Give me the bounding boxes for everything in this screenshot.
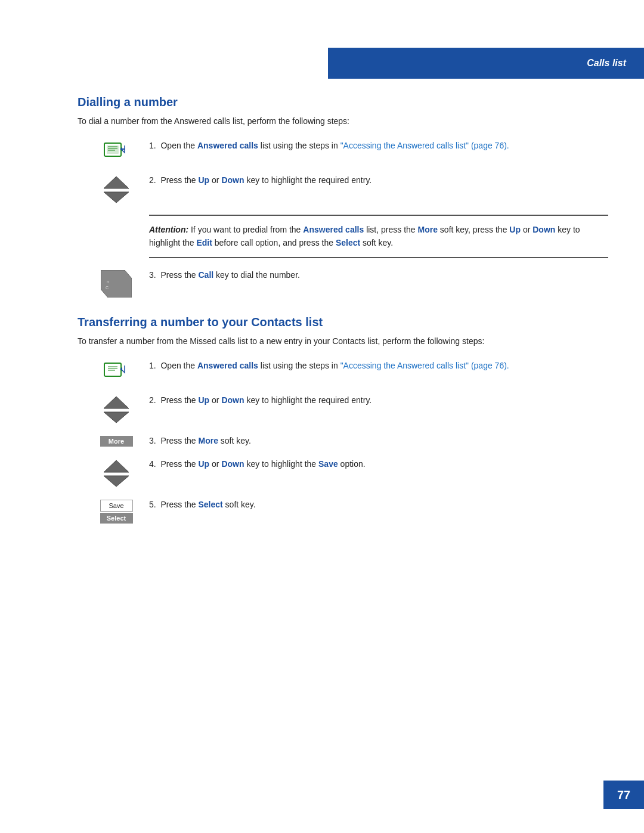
nav-keys-svg-1 <box>103 175 130 204</box>
nav-keys-2 <box>103 395 130 424</box>
s2-kw-up2: Up <box>198 459 209 469</box>
s2-step-4-text: 4. Press the Up or Down key to highlight… <box>149 458 608 470</box>
section2-title: Transferring a number to your Contacts l… <box>78 315 608 329</box>
step-3-row: n C 3. Press the Call key to dial the nu… <box>89 269 608 298</box>
kw-answered: Answered calls <box>303 225 364 234</box>
s2-link: "Accessing the Answered calls list" (pag… <box>340 361 509 370</box>
section1-steps: 1. Open the Answered calls list using th… <box>89 140 608 298</box>
page-number: 77 <box>617 788 630 802</box>
page-wrapper: Calls list Dialling a number To dial a n… <box>0 0 644 833</box>
s2-step-1-text: 1. Open the Answered calls list using th… <box>149 360 608 372</box>
keyword-call: Call <box>198 270 213 280</box>
attention-box: Attention: If you want to predial from t… <box>149 215 608 258</box>
s2-step-5-text: 5. Press the Select soft key. <box>149 498 608 511</box>
kw-more: More <box>418 225 438 234</box>
save-softkey: Save <box>100 500 133 512</box>
s2-step-3-text: 3. Press the More soft key. <box>149 435 608 447</box>
answered-calls-icon-2 <box>103 361 129 383</box>
s2-kw-down2: Down <box>221 459 244 469</box>
keyword-down-1: Down <box>221 175 244 185</box>
kw-select: Select <box>336 238 360 247</box>
kw-edit: Edit <box>196 238 212 247</box>
step-2-text: 2. Press the Up or Down key to highlight… <box>149 174 608 187</box>
step-1-row: 1. Open the Answered calls list using th… <box>89 140 608 163</box>
step-2-row: 2. Press the Up or Down key to highlight… <box>89 174 608 204</box>
keyword-answered-calls: Answered calls <box>197 141 258 150</box>
svg-text:C: C <box>106 286 109 290</box>
nav-keys-3 <box>103 459 130 488</box>
select-softkey: Select <box>100 513 133 524</box>
keyword-up-1: Up <box>198 175 209 185</box>
save-select-keys: Save Select <box>100 500 133 524</box>
svg-marker-16 <box>104 397 129 408</box>
section-transferring: Transferring a number to your Contacts l… <box>78 315 608 524</box>
kw-up2: Up <box>509 225 521 234</box>
answered-calls-icon-1 <box>103 141 129 163</box>
section-dialling: Dialling a number To dial a number from … <box>78 95 608 298</box>
page-number-box: 77 <box>603 781 644 809</box>
header-band: Calls list <box>328 48 644 79</box>
s2-step-5-row: Save Select 5. Press the Select soft key… <box>89 498 608 524</box>
s2-step-3-icon: More <box>89 435 143 447</box>
svg-rect-11 <box>104 363 121 376</box>
s2-kw-answered: Answered calls <box>197 361 258 370</box>
section1-title: Dialling a number <box>78 95 608 109</box>
step-2-icon <box>89 174 143 204</box>
s2-step-2-text: 2. Press the Up or Down key to highlight… <box>149 394 608 407</box>
svg-marker-6 <box>104 176 129 188</box>
step-1-text: 1. Open the Answered calls list using th… <box>149 140 608 152</box>
header-band-title: Calls list <box>587 58 626 69</box>
svg-text:n: n <box>107 280 109 284</box>
s2-step-2-row: 2. Press the Up or Down key to highlight… <box>89 394 608 424</box>
s2-step-5-icon: Save Select <box>89 498 143 524</box>
call-key-icon: n C <box>101 270 132 298</box>
step-3-icon: n C <box>89 269 143 298</box>
nav-keys-svg-2 <box>103 395 130 424</box>
nav-keys-svg-3 <box>103 459 130 488</box>
link-accessing: "Accessing the Answered calls list" (pag… <box>340 141 509 150</box>
s2-step-1-row: 1. Open the Answered calls list using th… <box>89 360 608 383</box>
s2-kw-up: Up <box>198 395 209 405</box>
attention-label: Attention: <box>149 225 188 234</box>
s2-kw-more: More <box>198 436 218 445</box>
kw-down2: Down <box>532 225 555 234</box>
svg-marker-8 <box>101 270 132 298</box>
step-3-text: 3. Press the Call key to dial the number… <box>149 269 608 281</box>
step-1-icon <box>89 140 143 163</box>
main-content: Dialling a number To dial a number from … <box>78 95 608 534</box>
svg-marker-19 <box>104 476 129 487</box>
svg-marker-7 <box>104 192 129 203</box>
s2-kw-select: Select <box>198 500 222 509</box>
s2-step-1-icon <box>89 360 143 383</box>
s2-step-4-icon <box>89 458 143 488</box>
section2-intro: To transfer a number from the Missed cal… <box>78 335 608 348</box>
s2-kw-down: Down <box>221 395 244 405</box>
s2-step-4-row: 4. Press the Up or Down key to highlight… <box>89 458 608 488</box>
s2-step-3-row: More 3. Press the More soft key. <box>89 435 608 447</box>
s2-kw-save: Save <box>318 459 338 469</box>
section1-intro: To dial a number from the Answered calls… <box>78 115 608 128</box>
nav-keys-1 <box>103 175 130 204</box>
svg-marker-18 <box>104 460 129 472</box>
svg-marker-17 <box>104 412 129 423</box>
s2-step-2-icon <box>89 394 143 424</box>
section2-steps: 1. Open the Answered calls list using th… <box>89 360 608 524</box>
more-softkey: More <box>100 436 133 447</box>
